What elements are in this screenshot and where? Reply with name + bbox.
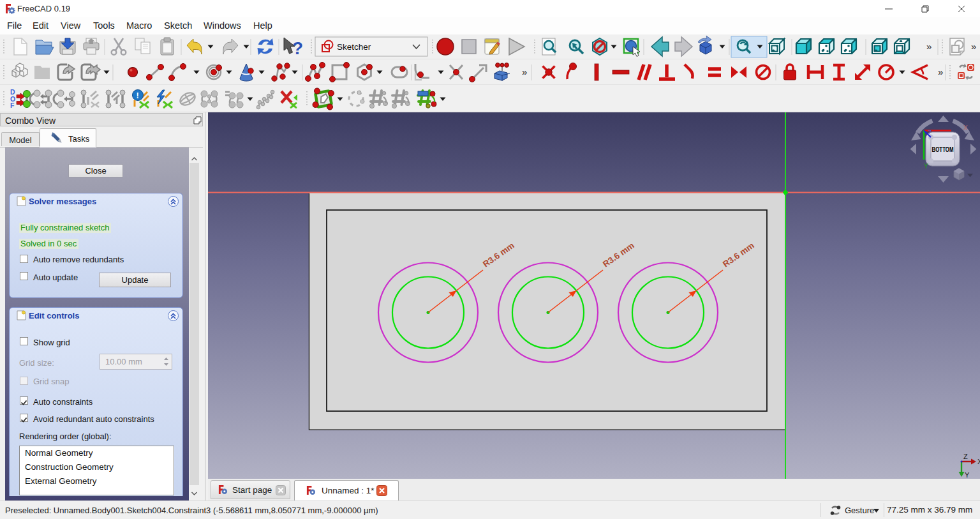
svg-text:Y: Y [965, 471, 970, 479]
svg-text:»: » [971, 41, 976, 52]
svg-text:»: » [938, 66, 943, 77]
svg-text:Z: Z [928, 130, 932, 137]
svg-text:Sketcher: Sketcher [337, 42, 371, 52]
svg-text:!: ! [137, 91, 139, 100]
svg-text:?: ? [292, 38, 303, 58]
svg-text:»: » [522, 66, 527, 77]
svg-text:X: X [977, 458, 980, 465]
svg-text:X: X [963, 124, 968, 132]
svg-text:Y: Y [924, 163, 928, 170]
svg-text:BOTTOM: BOTTOM [932, 146, 954, 153]
svg-text:F: F [10, 102, 15, 109]
svg-text:»: » [926, 41, 932, 52]
svg-text:Z: Z [963, 453, 968, 460]
